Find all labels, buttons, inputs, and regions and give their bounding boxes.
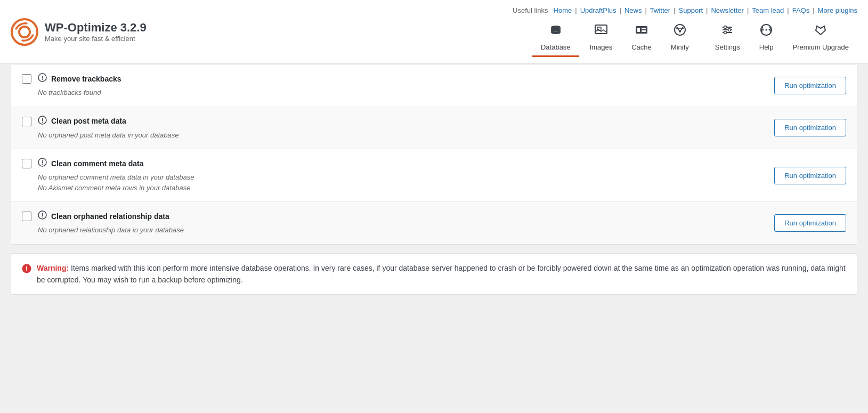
warning-red-icon: ! — [22, 263, 31, 278]
warning-section: ! Warning: Items marked with this icon p… — [11, 253, 857, 295]
logo-text: WP-Optimize 3.2.9 Make your site fast & … — [45, 21, 147, 43]
tab-help[interactable]: Help — [751, 19, 782, 57]
logo-icon — [11, 18, 38, 46]
tab-cache-label: Cache — [631, 43, 652, 51]
opt-right-commentmeta: Run optimization — [774, 167, 846, 184]
run-btn-commentmeta[interactable]: Run optimization — [774, 167, 846, 184]
svg-point-1 — [19, 27, 30, 37]
opt-desc-commentmeta-1: No Akismet comment meta rows in your dat… — [38, 183, 764, 193]
run-btn-trackbacks[interactable]: Run optimization — [774, 77, 846, 94]
svg-point-21 — [769, 29, 770, 31]
link-faqs[interactable]: FAQs — [792, 6, 810, 14]
useful-links: Useful links Home| UpdraftPlus| News| Tw… — [513, 6, 857, 14]
opt-right-postmeta: Run optimization — [774, 119, 846, 136]
premium-icon — [814, 23, 828, 40]
useful-links-label: Useful links — [513, 6, 548, 14]
opt-title-commentmeta: Clean comment meta data — [51, 159, 144, 168]
opt-title-trackbacks: Remove trackbacks — [51, 75, 121, 83]
checkbox-relationship[interactable] — [22, 212, 31, 221]
opt-content-postmeta: ! Clean post meta data No orphaned post … — [38, 116, 764, 141]
opt-title-row-trackbacks: ! Remove trackbacks — [38, 73, 764, 84]
images-icon — [594, 23, 608, 40]
svg-text:!: ! — [42, 117, 44, 124]
tab-minify[interactable]: Minify — [662, 19, 697, 57]
link-support[interactable]: Support — [679, 6, 703, 14]
svg-rect-5 — [637, 28, 640, 32]
opt-row-trackbacks: ! Remove trackbacks No trackbacks found … — [11, 64, 857, 107]
tab-minify-label: Minify — [671, 43, 689, 51]
app-title: WP-Optimize 3.2.9 — [45, 21, 147, 35]
opt-desc-relationship-0: No orphaned relationship data in your da… — [38, 225, 764, 236]
opt-title-row-commentmeta: ! Clean comment meta data — [38, 158, 764, 169]
help-icon — [759, 23, 773, 40]
link-home[interactable]: Home — [554, 6, 572, 14]
run-btn-postmeta[interactable]: Run optimization — [774, 119, 846, 136]
opt-left-trackbacks: ! Remove trackbacks No trackbacks found — [22, 73, 764, 98]
opt-right-trackbacks: Run optimization — [774, 77, 846, 94]
opt-row-relationship: ! Clean orphaned relationship data No or… — [11, 202, 857, 244]
optimization-list: ! Remove trackbacks No trackbacks found … — [11, 64, 857, 245]
tab-premium-label: Premium Upgrade — [793, 43, 849, 51]
settings-icon — [720, 23, 734, 40]
svg-point-15 — [724, 26, 727, 29]
tab-help-label: Help — [759, 43, 774, 51]
tab-images-label: Images — [590, 43, 613, 51]
database-icon — [549, 23, 563, 40]
tab-premium[interactable]: Premium Upgrade — [784, 19, 858, 57]
opt-left-relationship: ! Clean orphaned relationship data No or… — [22, 210, 764, 236]
svg-rect-6 — [642, 28, 646, 29]
opt-desc-postmeta-0: No orphaned post meta data in your datab… — [38, 130, 764, 141]
tab-database[interactable]: Database — [532, 19, 579, 57]
opt-left-postmeta: ! Clean post meta data No orphaned post … — [22, 116, 764, 141]
link-updraftplus[interactable]: UpdraftPlus — [580, 6, 616, 14]
svg-point-16 — [728, 29, 731, 31]
main-content: ! Remove trackbacks No trackbacks found … — [0, 64, 868, 305]
nav-area: Useful links Home| UpdraftPlus| News| Tw… — [513, 6, 857, 57]
header: WP-Optimize 3.2.9 Make your site fast & … — [0, 0, 868, 64]
tab-settings[interactable]: Settings — [707, 19, 749, 57]
opt-desc-trackbacks-0: No trackbacks found — [38, 87, 764, 98]
checkbox-commentmeta[interactable] — [22, 159, 31, 168]
opt-desc-commentmeta-0: No orphaned comment meta data in your da… — [38, 172, 764, 183]
svg-point-8 — [675, 25, 685, 35]
link-newsletter[interactable]: Newsletter — [711, 6, 743, 14]
minify-icon — [673, 23, 687, 40]
tab-database-label: Database — [541, 43, 571, 51]
app-subtitle: Make your site fast & efficient — [45, 35, 147, 43]
run-btn-relationship[interactable]: Run optimization — [774, 214, 846, 232]
warning-text: Warning: Items marked with this icon per… — [37, 262, 846, 286]
opt-title-row-relationship: ! Clean orphaned relationship data — [38, 210, 764, 222]
link-more-plugins[interactable]: More plugins — [818, 6, 857, 14]
link-news[interactable]: News — [624, 6, 642, 14]
tab-settings-label: Settings — [715, 43, 740, 51]
link-twitter[interactable]: Twitter — [650, 6, 670, 14]
tab-cache[interactable]: Cache — [623, 19, 660, 57]
checkbox-trackbacks[interactable] — [22, 74, 31, 84]
nav-tabs: Database Images — [532, 19, 857, 57]
svg-text:!: ! — [26, 265, 28, 273]
checkbox-postmeta[interactable] — [22, 117, 31, 126]
warning-icon-commentmeta: ! — [38, 158, 47, 169]
opt-left-commentmeta: ! Clean comment meta data No orphaned co… — [22, 158, 764, 193]
warning-body: Items marked with this icon perform more… — [37, 264, 846, 284]
warning-icon-relationship: ! — [38, 210, 47, 222]
svg-text:!: ! — [42, 75, 44, 81]
opt-title-row-postmeta: ! Clean post meta data — [38, 116, 764, 127]
svg-rect-7 — [642, 30, 646, 32]
opt-row-commentmeta: ! Clean comment meta data No orphaned co… — [11, 149, 857, 202]
tab-images[interactable]: Images — [581, 19, 621, 57]
link-teamlead[interactable]: Team lead — [752, 6, 784, 14]
opt-row-postmeta: ! Clean post meta data No orphaned post … — [11, 107, 857, 150]
opt-content-trackbacks: ! Remove trackbacks No trackbacks found — [38, 73, 764, 98]
opt-title-postmeta: Clean post meta data — [51, 117, 126, 125]
opt-right-relationship: Run optimization — [774, 214, 846, 232]
svg-text:!: ! — [42, 159, 44, 166]
opt-content-relationship: ! Clean orphaned relationship data No or… — [38, 210, 764, 236]
warning-icon-trackbacks: ! — [38, 73, 47, 84]
opt-content-commentmeta: ! Clean comment meta data No orphaned co… — [38, 158, 764, 193]
warning-label: Warning: — [37, 264, 69, 272]
nav-divider — [702, 25, 702, 51]
warning-icon-postmeta: ! — [38, 116, 47, 127]
cache-icon — [635, 23, 648, 40]
logo-area: WP-Optimize 3.2.9 Make your site fast & … — [11, 18, 147, 46]
